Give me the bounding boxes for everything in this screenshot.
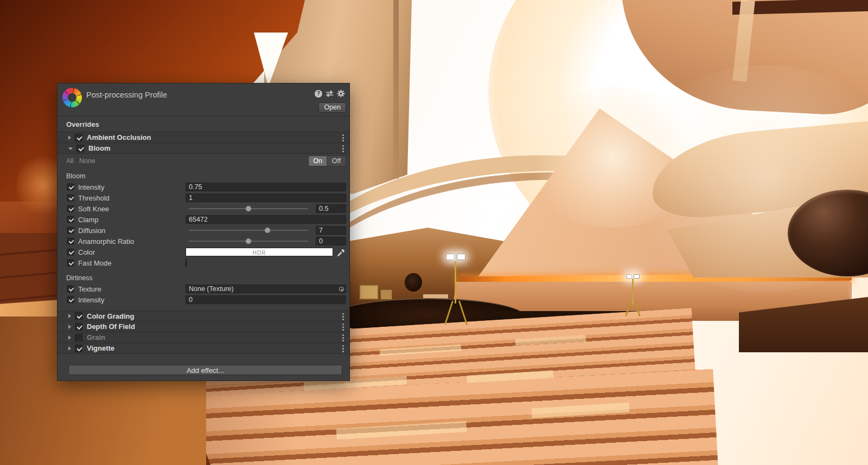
- help-icon[interactable]: ?: [315, 90, 322, 98]
- effect-row-color-grading[interactable]: Color Grading: [58, 311, 349, 321]
- property-row-fast-mode: Fast Mode: [58, 257, 349, 268]
- none-link[interactable]: None: [79, 157, 95, 165]
- soft-knee-slider[interactable]: [186, 204, 311, 213]
- post-processing-aperture-icon: [62, 88, 82, 107]
- property-row-soft-knee: Soft Knee 0.5: [58, 203, 349, 214]
- tripod-worklight-2: [622, 273, 648, 317]
- crate: [359, 285, 379, 300]
- fast-mode-value-checkbox[interactable]: [186, 258, 187, 267]
- depth-of-field-checkbox[interactable]: [75, 323, 82, 331]
- texture-object-field[interactable]: None (Texture): [186, 285, 346, 293]
- unity-editor-screenshot: Post-processing Profile ?: [0, 0, 868, 465]
- property-row-dirt-intensity: Intensity 0: [58, 294, 349, 305]
- more-options-icon[interactable]: [342, 313, 344, 315]
- color-override-checkbox[interactable]: [67, 248, 74, 255]
- diffusion-slider[interactable]: [186, 226, 311, 235]
- anamorphic-ratio-slider[interactable]: [186, 237, 311, 246]
- threshold-override-checkbox[interactable]: [67, 194, 74, 201]
- off-button[interactable]: Off: [327, 156, 346, 166]
- effect-row-ambient-occlusion[interactable]: Ambient Occlusion: [58, 132, 349, 143]
- threshold-input[interactable]: 1: [186, 193, 346, 202]
- panel-header: Post-processing Profile ?: [58, 83, 349, 116]
- fast-mode-override-checkbox[interactable]: [67, 259, 74, 266]
- foldout-arrow-icon[interactable]: [68, 135, 71, 140]
- slider-handle[interactable]: [246, 238, 251, 244]
- property-row-clamp: Clamp 65472: [58, 214, 349, 225]
- ambient-occlusion-checkbox[interactable]: [75, 134, 82, 141]
- color-grading-checkbox[interactable]: [75, 312, 82, 320]
- crate-small: [380, 289, 392, 300]
- more-options-icon[interactable]: [342, 345, 344, 347]
- anamorphic-override-checkbox[interactable]: [67, 237, 74, 244]
- open-button[interactable]: Open: [318, 102, 346, 113]
- on-off-toggle: On Off: [308, 156, 346, 166]
- all-link[interactable]: All: [66, 157, 74, 165]
- more-options-icon[interactable]: [342, 134, 344, 136]
- foldout-arrow-icon[interactable]: [68, 147, 73, 150]
- presets-icon[interactable]: [326, 90, 334, 98]
- clamp-override-checkbox[interactable]: [67, 216, 74, 223]
- color-swatch[interactable]: HDR: [186, 248, 333, 256]
- hdr-tag: HDR: [253, 250, 266, 256]
- tripod-worklight: [438, 250, 477, 326]
- effect-name: Depth Of Field: [87, 322, 135, 331]
- effect-name: Ambient Occlusion: [87, 133, 151, 141]
- foldout-arrow-icon[interactable]: [68, 346, 71, 351]
- override-toggle-row: All None On Off: [58, 154, 349, 167]
- on-button[interactable]: On: [309, 156, 327, 166]
- effect-name: Grain: [87, 333, 105, 341]
- add-effect-button[interactable]: Add effect...: [68, 365, 342, 375]
- effect-name: Bloom: [88, 144, 110, 152]
- clamp-input[interactable]: 65472: [186, 215, 346, 224]
- object-picker-icon[interactable]: [339, 287, 344, 292]
- dirt-intensity-override-checkbox[interactable]: [67, 296, 74, 303]
- effect-row-depth-of-field[interactable]: Depth Of Field: [58, 321, 349, 332]
- more-options-icon[interactable]: [342, 324, 344, 325]
- post-processing-profile-panel: Post-processing Profile ?: [57, 83, 350, 381]
- anamorphic-ratio-value[interactable]: 0: [316, 237, 346, 246]
- slider-handle[interactable]: [265, 228, 270, 233]
- foldout-arrow-icon[interactable]: [68, 335, 71, 340]
- property-row-threshold: Threshold 1: [58, 192, 349, 203]
- intensity-input[interactable]: 0.75: [186, 183, 346, 191]
- grain-checkbox[interactable]: [75, 334, 82, 341]
- slider-handle[interactable]: [246, 206, 251, 211]
- more-options-icon[interactable]: [342, 145, 344, 147]
- foldout-arrow-icon[interactable]: [68, 325, 71, 329]
- effect-name: Vignette: [87, 344, 114, 352]
- effect-row-bloom[interactable]: Bloom: [58, 143, 349, 154]
- vignette-checkbox[interactable]: [75, 345, 82, 352]
- bloom-checkbox[interactable]: [76, 145, 84, 152]
- effect-row-vignette[interactable]: Vignette: [58, 343, 349, 354]
- effect-row-grain[interactable]: Grain: [58, 332, 349, 343]
- dark-disc: [405, 273, 422, 292]
- dirtiness-group-label: Dirtiness: [58, 268, 349, 283]
- soft-knee-override-checkbox[interactable]: [67, 205, 74, 212]
- property-row-dirt-texture: Texture None (Texture): [58, 283, 349, 294]
- dirt-texture-override-checkbox[interactable]: [67, 285, 74, 292]
- tower-seam: [393, 0, 399, 179]
- property-row-diffusion: Diffusion 7: [58, 225, 349, 236]
- effect-name: Color Grading: [87, 312, 134, 320]
- property-row-anamorphic-ratio: Anamorphic Ratio 0: [58, 236, 349, 247]
- intensity-override-checkbox[interactable]: [67, 183, 74, 190]
- property-row-intensity: Intensity 0.75: [58, 182, 349, 192]
- more-options-icon[interactable]: [342, 334, 344, 336]
- panel-title: Post-processing Profile: [86, 91, 167, 99]
- eyedropper-icon[interactable]: [336, 248, 346, 256]
- dirt-intensity-input[interactable]: 0: [186, 295, 346, 304]
- diffusion-value[interactable]: 7: [316, 226, 346, 235]
- property-row-color: Color HDR: [58, 247, 349, 257]
- foldout-arrow-icon[interactable]: [68, 314, 71, 318]
- gear-icon[interactable]: [337, 89, 345, 98]
- bloom-group-label: Bloom: [58, 167, 349, 182]
- diffusion-override-checkbox[interactable]: [67, 227, 74, 234]
- overrides-header: Overrides: [58, 117, 349, 132]
- soft-knee-value[interactable]: 0.5: [316, 204, 346, 213]
